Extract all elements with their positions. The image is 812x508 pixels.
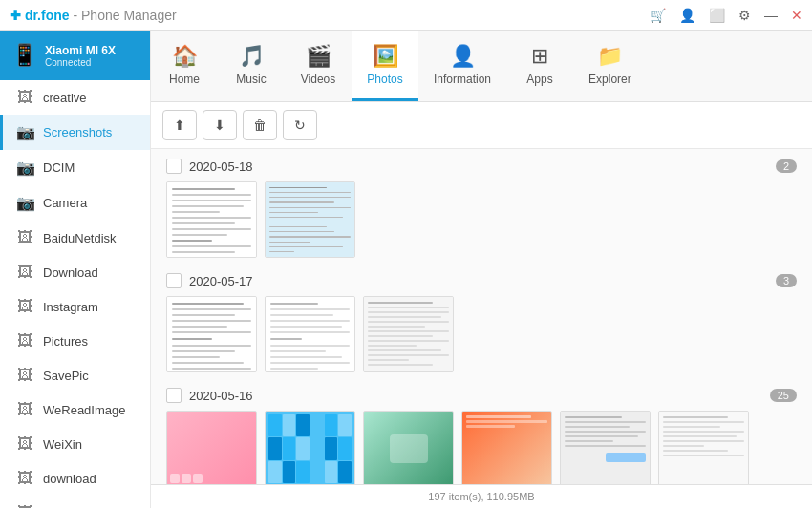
thumb-20200516-5[interactable] bbox=[560, 411, 651, 484]
videos-icon: 🎬 bbox=[306, 44, 331, 69]
thumb-20200517-3[interactable] bbox=[363, 296, 454, 372]
thumbnails-20200518 bbox=[166, 181, 797, 258]
date-checkbox-20200517[interactable] bbox=[166, 273, 182, 288]
date-checkbox-20200516[interactable] bbox=[166, 388, 182, 403]
apps-icon: ⊞ bbox=[531, 44, 548, 69]
sidebar-item-camera[interactable]: 📷 Camera bbox=[0, 185, 150, 221]
sidebar-item-dcim[interactable]: 📷 DCIM bbox=[0, 150, 150, 185]
sidebar-item-instagram[interactable]: 🖼 Instagram bbox=[0, 289, 150, 324]
nav-item-home[interactable]: 🏠 Home bbox=[151, 31, 218, 101]
date-group-20200516: 2020-05-16 25 bbox=[166, 388, 797, 484]
date-label-20200518: 2020-05-18 bbox=[189, 159, 253, 174]
thumbnails-20200516 bbox=[166, 411, 797, 484]
import-icon: ⬆ bbox=[174, 117, 185, 133]
close-icon[interactable]: ✕ bbox=[791, 8, 802, 23]
explorer-icon: 📁 bbox=[597, 44, 623, 69]
sidebar: 📱 Xiaomi MI 6X Connected 🖼 creative 📷 Sc… bbox=[0, 31, 151, 508]
date-header-20200516: 2020-05-16 25 bbox=[166, 388, 797, 403]
sidebar-item-label: download bbox=[43, 472, 96, 486]
sidebar-item-image-cache[interactable]: 🖼 image_cache bbox=[0, 496, 150, 508]
camera-icon: 📷 bbox=[16, 159, 33, 177]
sidebar-item-weixin[interactable]: 🖼 WeiXin bbox=[0, 427, 150, 461]
information-icon: 👤 bbox=[450, 44, 476, 69]
thumb-20200516-6[interactable] bbox=[658, 411, 749, 484]
app-logo: ✚ dr.fone - Phone Manager bbox=[10, 8, 177, 23]
sidebar-item-download[interactable]: 🖼 Download bbox=[0, 255, 150, 289]
date-header-left-16: 2020-05-16 bbox=[166, 388, 253, 403]
sidebar-item-label: SavePic bbox=[43, 369, 89, 383]
settings-icon[interactable]: ⚙ bbox=[738, 8, 751, 23]
delete-button[interactable]: 🗑 bbox=[243, 110, 277, 140]
date-count-20200516: 25 bbox=[770, 389, 797, 402]
date-header-left: 2020-05-18 bbox=[166, 159, 253, 174]
refresh-button[interactable]: ↻ bbox=[283, 110, 317, 140]
device-details: Xiaomi MI 6X Connected bbox=[45, 44, 116, 68]
device-status: Connected bbox=[45, 57, 116, 68]
thumb-20200516-3[interactable] bbox=[363, 411, 454, 484]
main-layout: 📱 Xiaomi MI 6X Connected 🖼 creative 📷 Sc… bbox=[0, 31, 812, 508]
sidebar-item-baidunetdisk[interactable]: 🖼 BaiduNetdisk bbox=[0, 221, 150, 255]
thumb-20200518-2[interactable] bbox=[265, 181, 355, 258]
photos-nav-icon: 🖼️ bbox=[373, 44, 398, 69]
sidebar-item-label: DCIM bbox=[43, 160, 75, 175]
user-icon[interactable]: 👤 bbox=[679, 8, 695, 23]
screenshot-icon: 📷 bbox=[16, 123, 33, 141]
nav-item-explorer[interactable]: 📁 Explorer bbox=[573, 31, 647, 101]
minimize-icon[interactable]: — bbox=[764, 8, 778, 23]
nav-item-label: Explorer bbox=[588, 73, 631, 86]
toolbar: ⬆ ⬇ 🗑 ↻ bbox=[151, 102, 812, 149]
thumb-20200516-1[interactable] bbox=[166, 411, 257, 484]
nav-item-information[interactable]: 👤 Information bbox=[418, 31, 506, 101]
sidebar-item-creative[interactable]: 🖼 creative bbox=[0, 80, 150, 115]
thumb-20200518-1[interactable] bbox=[166, 181, 257, 258]
date-label-20200517: 2020-05-17 bbox=[189, 274, 253, 288]
device-info: 📱 Xiaomi MI 6X Connected bbox=[0, 31, 150, 80]
cache-icon: 🖼 bbox=[16, 504, 33, 508]
nav-bar: 🏠 Home 🎵 Music 🎬 Videos 🖼️ Photos 👤 Info… bbox=[151, 31, 812, 102]
cart-icon[interactable]: 🛒 bbox=[650, 8, 666, 23]
title-bar-right: 🛒 👤 ⬜ ⚙ — ✕ bbox=[650, 8, 802, 23]
thumb-20200517-2[interactable] bbox=[265, 296, 355, 372]
sidebar-item-savepic[interactable]: 🖼 SavePic bbox=[0, 358, 150, 392]
sidebar-item-label: Instagram bbox=[43, 300, 98, 314]
date-header-20200517: 2020-05-17 3 bbox=[166, 273, 797, 288]
date-header-20200518: 2020-05-18 2 bbox=[166, 159, 797, 174]
thumb-20200516-2[interactable] bbox=[265, 411, 355, 484]
nav-item-label: Videos bbox=[301, 73, 335, 86]
title-bar: ✚ dr.fone - Phone Manager 🛒 👤 ⬜ ⚙ — ✕ bbox=[0, 0, 812, 31]
cloud-icon: 🖼 bbox=[16, 229, 33, 246]
sidebar-item-label: Screenshots bbox=[43, 125, 112, 139]
photo-list: 2020-05-18 2 bbox=[151, 149, 812, 484]
thumb-20200516-4[interactable] bbox=[461, 411, 552, 484]
nav-item-videos[interactable]: 🎬 Videos bbox=[285, 31, 352, 101]
pictures-icon: 🖼 bbox=[16, 332, 33, 349]
sidebar-item-label: Download bbox=[43, 265, 98, 280]
savepic-icon: 🖼 bbox=[16, 367, 33, 384]
import-button[interactable]: ⬆ bbox=[162, 110, 197, 140]
refresh-icon: ↻ bbox=[294, 117, 306, 133]
nav-item-photos[interactable]: 🖼️ Photos bbox=[352, 31, 418, 101]
window-icon[interactable]: ⬜ bbox=[709, 8, 725, 23]
music-icon: 🎵 bbox=[239, 44, 265, 69]
thumb-20200517-1[interactable] bbox=[166, 296, 257, 372]
date-count-20200517: 3 bbox=[776, 274, 797, 287]
nav-item-music[interactable]: 🎵 Music bbox=[218, 31, 285, 101]
sidebar-item-screenshots[interactable]: 📷 Screenshots bbox=[0, 115, 150, 150]
device-icon: 📱 bbox=[11, 43, 37, 68]
date-header-left-17: 2020-05-17 bbox=[166, 273, 253, 288]
date-checkbox-20200518[interactable] bbox=[166, 159, 182, 174]
camera2-icon: 📷 bbox=[16, 194, 33, 212]
sidebar-items: 🖼 creative 📷 Screenshots 📷 DCIM 📷 Camera… bbox=[0, 80, 150, 508]
date-group-20200517: 2020-05-17 3 bbox=[166, 273, 797, 372]
download-icon: 🖼 bbox=[16, 264, 33, 281]
device-name: Xiaomi MI 6X bbox=[45, 44, 116, 57]
sidebar-item-download2[interactable]: 🖼 download bbox=[0, 461, 150, 496]
date-group-20200518: 2020-05-18 2 bbox=[166, 159, 797, 258]
sidebar-item-label: BaiduNetdisk bbox=[43, 231, 117, 245]
nav-item-apps[interactable]: ⊞ Apps bbox=[506, 31, 573, 101]
sidebar-item-wereadimage[interactable]: 🖼 WeReadImage bbox=[0, 392, 150, 427]
nav-item-label: Home bbox=[169, 73, 200, 86]
export-button[interactable]: ⬇ bbox=[203, 110, 237, 140]
sidebar-item-pictures[interactable]: 🖼 Pictures bbox=[0, 324, 150, 358]
image-icon: 🖼 bbox=[16, 89, 33, 106]
